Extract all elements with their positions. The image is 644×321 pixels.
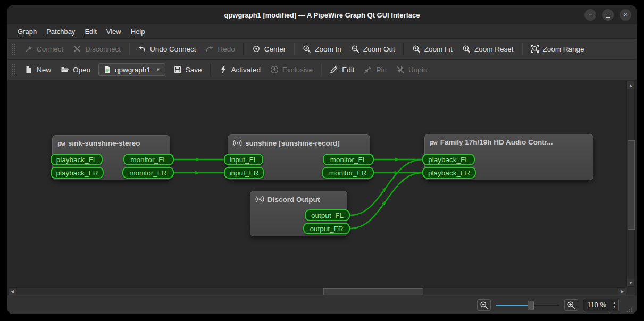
exclusive-icon <box>270 65 279 74</box>
zoom-fit-icon <box>412 45 421 53</box>
edit-button[interactable]: Edit <box>325 63 359 77</box>
zoom-out-button[interactable]: Zoom Out <box>346 42 400 56</box>
port-input-fr[interactable]: input_FR <box>224 167 264 179</box>
center-button[interactable]: Center <box>247 42 291 56</box>
undo-connect-button[interactable]: Undo Connect <box>133 42 200 56</box>
disconnect-icon <box>73 45 81 53</box>
zoom-slider[interactable] <box>496 300 559 310</box>
zoom-slider-handle[interactable] <box>528 301 534 310</box>
toolbar-drag-handle[interactable] <box>12 64 15 75</box>
spin-down-icon[interactable]: ▼ <box>613 305 616 308</box>
wire-arrow-icon <box>382 187 387 192</box>
node-title: sink-sunshine-stereo <box>68 139 140 147</box>
pin-button[interactable]: Pin <box>359 63 391 77</box>
port-playback-fr[interactable]: playback_FR <box>422 167 476 179</box>
toolbar-separator <box>294 43 295 55</box>
vertical-scrollbar-thumb[interactable] <box>628 140 635 230</box>
open-button[interactable]: Open <box>56 63 95 77</box>
statusbar-zoom-in-button[interactable] <box>564 299 578 311</box>
spinbox-arrows[interactable]: ▲▼ <box>610 299 618 311</box>
scroll-down-arrow[interactable]: ▼ <box>627 279 634 286</box>
wire-arrow-icon <box>395 171 399 175</box>
zoom-in-icon <box>567 301 575 309</box>
menu-view[interactable]: View <box>102 26 126 37</box>
zoom-in-button[interactable]: Zoom In <box>298 42 346 56</box>
zoom-out-icon <box>351 45 359 53</box>
edit-icon <box>330 65 338 74</box>
port-playback-fl[interactable]: playback_FL <box>51 154 103 165</box>
port-monitor-fr[interactable]: monitor_FR <box>322 167 374 179</box>
window-resize-grip[interactable] <box>626 306 633 312</box>
menu-edit[interactable]: Edit <box>80 26 101 37</box>
menu-help[interactable]: Help <box>126 26 150 37</box>
menu-graph[interactable]: Graph <box>13 26 41 37</box>
port-monitor-fl[interactable]: monitor_FL <box>123 154 174 165</box>
redo-button[interactable]: Redo <box>200 42 239 56</box>
disconnect-button[interactable]: Disconnect <box>68 42 126 56</box>
statusbar-zoom-out-button[interactable] <box>477 299 491 311</box>
toolbar-separator <box>129 43 130 55</box>
exclusive-button[interactable]: Exclusive <box>265 63 317 77</box>
pw-icon: pw <box>57 139 65 147</box>
scroll-right-arrow[interactable]: ▶ <box>618 288 626 295</box>
unpin-button[interactable]: Unpin <box>391 63 432 77</box>
maximize-button[interactable] <box>602 9 614 21</box>
zoom-range-icon <box>531 45 539 53</box>
menu-patchbay[interactable]: Patchbay <box>41 26 80 37</box>
connection-wire[interactable] <box>350 173 422 229</box>
undo-icon <box>138 45 146 53</box>
wire-arrow-icon <box>382 200 387 205</box>
menubar: Graph Patchbay Edit View Help <box>7 24 637 39</box>
broadcast-icon <box>233 139 242 147</box>
toolbar-drag-handle[interactable] <box>12 43 15 55</box>
patchbay-select-value: qpwgraph1 <box>115 66 150 74</box>
new-button[interactable]: New <box>20 63 56 77</box>
port-output-fr[interactable]: output_FR <box>303 223 350 234</box>
pw-icon: pw <box>430 138 437 146</box>
connect-button[interactable]: Connect <box>20 42 68 56</box>
port-input-fl[interactable]: input_FL <box>224 154 263 165</box>
app-window: qpwgraph1 [modified] — A PipeWire Graph … <box>7 5 637 314</box>
zoom-value: 110 % <box>583 301 610 309</box>
connection-wires <box>7 80 637 295</box>
zoom-fit-button[interactable]: Zoom Fit <box>407 42 457 56</box>
broadcast-icon <box>255 195 264 204</box>
statusbar: 110 % ▲▼ <box>7 295 637 314</box>
activated-icon <box>219 65 228 74</box>
unpin-icon <box>396 65 405 74</box>
graph-canvas[interactable]: pwsink-sunshine-stereosunshine [sunshine… <box>7 80 637 295</box>
toolbar-separator <box>243 43 244 55</box>
save-button[interactable]: Save <box>169 63 207 77</box>
spin-up-icon[interactable]: ▲ <box>613 301 616 305</box>
patchbay-toolbar: New Open qpwgraph1 ▼ Save Activated Excl… <box>7 60 637 80</box>
graph-toolbar: Connect Disconnect Undo Connect Redo Cen… <box>7 39 637 60</box>
scroll-up-arrow[interactable]: ▲ <box>627 81 634 89</box>
minimize-icon: − <box>588 12 592 18</box>
titlebar[interactable]: qpwgraph1 [modified] — A PipeWire Graph … <box>7 5 637 24</box>
zoom-reset-button[interactable]: Zoom Reset <box>457 42 518 56</box>
activated-button[interactable]: Activated <box>214 63 266 77</box>
chevron-down-icon: ▼ <box>156 67 161 72</box>
port-output-fl[interactable]: output_FL <box>305 209 350 221</box>
new-icon <box>24 65 33 74</box>
scroll-left-arrow[interactable]: ◀ <box>9 288 16 295</box>
scrollbar-corner <box>626 287 635 295</box>
center-icon <box>252 45 261 53</box>
close-button[interactable]: × <box>620 9 631 21</box>
zoom-range-button[interactable]: Zoom Range <box>526 42 589 56</box>
port-playback-fl[interactable]: playback_FL <box>422 154 475 165</box>
node-title: Family 17h/19h HD Audio Contr... <box>440 138 553 146</box>
wire-arrow-icon <box>395 158 399 162</box>
window-controls: − × <box>584 9 631 21</box>
open-icon <box>61 65 69 74</box>
horizontal-scrollbar[interactable]: ◀ ▶ <box>8 287 626 295</box>
port-monitor-fl[interactable]: monitor_FL <box>323 154 374 165</box>
vertical-scrollbar[interactable]: ▲ ▼ <box>626 81 635 287</box>
node-title: Discord Output <box>267 196 320 204</box>
horizontal-scrollbar-thumb[interactable] <box>323 288 423 295</box>
port-monitor-fr[interactable]: monitor_FR <box>122 167 174 179</box>
patchbay-select[interactable]: qpwgraph1 ▼ <box>98 63 165 76</box>
minimize-button[interactable]: − <box>584 9 596 21</box>
zoom-spinbox[interactable]: 110 % ▲▼ <box>583 299 619 311</box>
port-playback-fr[interactable]: playback_FR <box>51 167 104 179</box>
